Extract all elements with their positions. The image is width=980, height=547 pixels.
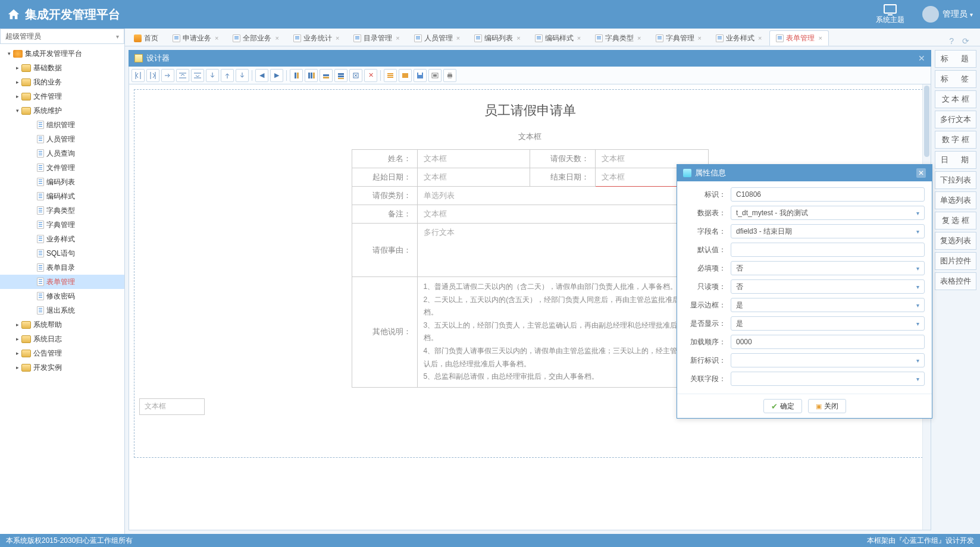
select-relate[interactable]: [731, 372, 925, 386]
tool-row1[interactable]: [320, 69, 333, 82]
palette-item[interactable]: 单选列表: [935, 191, 976, 209]
tool-col-add[interactable]: [305, 69, 318, 82]
help-icon[interactable]: ?: [949, 36, 954, 46]
tool-split-v2[interactable]: [146, 69, 159, 82]
close-icon[interactable]: ×: [215, 34, 218, 42]
label-end[interactable]: 结束日期：: [530, 168, 596, 187]
palette-item[interactable]: 复选列表: [935, 232, 976, 250]
field-other[interactable]: 1、普通员工请假二天以内的（含二天），请假单由部门负责人批准，人事备档。2、二天…: [417, 277, 708, 388]
tree-root[interactable]: ▾集成开发管理平台: [0, 46, 124, 61]
label-days[interactable]: 请假天数：: [530, 150, 596, 168]
dialog-header[interactable]: 属性信息 ✕: [677, 165, 932, 181]
field-reason[interactable]: 多行文本: [417, 224, 708, 277]
tree-item[interactable]: SQL语句: [0, 246, 124, 260]
tool-arrow-down[interactable]: [206, 69, 219, 82]
refresh-icon[interactable]: ⟳: [962, 36, 969, 46]
tool-list[interactable]: [384, 69, 397, 82]
tool-row2[interactable]: [334, 69, 347, 82]
tool-col-del[interactable]: [290, 69, 303, 82]
user-menu[interactable]: 管理员▾: [943, 9, 973, 20]
tool-save[interactable]: [414, 69, 427, 82]
tool-split-v1[interactable]: [131, 69, 145, 82]
tree-item[interactable]: 组织管理: [0, 118, 124, 132]
tool-arrow-up[interactable]: [221, 69, 234, 82]
tree-group[interactable]: ▸系统日志: [0, 332, 124, 346]
close-icon[interactable]: ×: [456, 34, 460, 42]
tab[interactable]: 业务样式×: [709, 30, 768, 46]
tree-item[interactable]: 文件管理: [0, 161, 124, 175]
palette-item[interactable]: 日 期: [935, 151, 976, 169]
tree-item[interactable]: 退出系统: [0, 303, 124, 317]
tab[interactable]: 人员管理×: [408, 30, 466, 46]
palette-item[interactable]: 复 选 框: [935, 212, 976, 230]
tab[interactable]: 全部业务×: [226, 30, 285, 46]
tree-group[interactable]: ▸系统帮助: [0, 317, 124, 332]
form-title[interactable]: 员工请假申请单: [139, 102, 920, 120]
field-type[interactable]: 单选列表: [417, 187, 708, 205]
form-subtitle-field[interactable]: 文本框: [139, 131, 920, 142]
close-icon[interactable]: ×: [275, 34, 278, 42]
tree-item[interactable]: 编码样式: [0, 189, 124, 203]
label-other[interactable]: 其他说明：: [352, 277, 417, 388]
select-fieldname[interactable]: dfield3 - 结束日期: [731, 224, 925, 238]
tree-group[interactable]: ▸基础数据: [0, 61, 124, 75]
lone-textbox-field[interactable]: 文本框: [139, 398, 205, 415]
tree-group[interactable]: ▸我的业务: [0, 75, 124, 89]
tree-item[interactable]: 字典类型: [0, 203, 124, 218]
tree-item[interactable]: 字典管理: [0, 218, 124, 232]
tab[interactable]: 业务统计×: [287, 30, 346, 46]
tree-group[interactable]: ▸公告管理: [0, 346, 124, 360]
tool-delete[interactable]: ✕: [364, 69, 377, 82]
tool-split-h2[interactable]: [191, 69, 204, 82]
tab[interactable]: 首页: [127, 30, 165, 46]
tree-group[interactable]: ▸文件管理: [0, 89, 124, 103]
close-icon[interactable]: ×: [637, 34, 641, 42]
palette-item[interactable]: 多行文本: [935, 111, 976, 128]
label-start[interactable]: 起始日期：: [352, 168, 417, 187]
field-start[interactable]: 文本框: [417, 168, 530, 187]
palette-item[interactable]: 文 本 框: [935, 90, 976, 108]
select-readonly[interactable]: 否: [731, 279, 925, 294]
close-icon[interactable]: ×: [698, 34, 702, 42]
tool-print[interactable]: [443, 69, 456, 82]
palette-item[interactable]: 表格控件: [935, 272, 976, 290]
tree-item[interactable]: 表单目录: [0, 260, 124, 275]
close-icon[interactable]: ✕: [918, 54, 925, 63]
label-reason[interactable]: 请假事由：: [352, 224, 417, 277]
palette-item[interactable]: 下拉列表: [935, 171, 976, 189]
input-default[interactable]: [731, 243, 925, 257]
palette-item[interactable]: 标 签: [935, 70, 976, 88]
ok-button[interactable]: ✔确定: [763, 399, 802, 413]
tool-card[interactable]: [399, 69, 412, 82]
tab[interactable]: 表单管理×: [769, 30, 828, 46]
input-id[interactable]: C10806: [731, 187, 925, 202]
close-icon[interactable]: ×: [336, 34, 339, 42]
tab[interactable]: 目录管理×: [347, 30, 406, 46]
theme-switcher[interactable]: 系统主题: [876, 4, 904, 25]
tree-group[interactable]: ▾系统维护: [0, 103, 124, 118]
tree-group[interactable]: ▸开发实例: [0, 360, 124, 375]
close-icon[interactable]: ×: [516, 34, 520, 42]
select-visible[interactable]: 是: [731, 316, 925, 331]
close-icon[interactable]: ✕: [916, 168, 926, 178]
field-name[interactable]: 文本框: [417, 150, 530, 168]
label-type[interactable]: 请假类别：: [352, 187, 417, 205]
tool-next[interactable]: ▶: [270, 69, 283, 82]
tree-item[interactable]: 编码列表: [0, 175, 124, 189]
label-name[interactable]: 姓名：: [352, 150, 417, 168]
role-select[interactable]: 超级管理员: [0, 29, 124, 44]
close-button[interactable]: ▣关闭: [808, 399, 846, 413]
select-required[interactable]: 否: [731, 261, 925, 275]
avatar[interactable]: [922, 6, 939, 23]
tree-item[interactable]: 表单管理: [0, 275, 124, 289]
field-remark[interactable]: 文本框: [417, 205, 708, 224]
close-icon[interactable]: ×: [758, 34, 762, 42]
label-remark[interactable]: 备注：: [352, 205, 417, 224]
tool-arrow-down2[interactable]: [236, 69, 249, 82]
tool-clear[interactable]: [349, 69, 362, 82]
tool-prev[interactable]: ◀: [255, 69, 268, 82]
close-icon[interactable]: ×: [577, 34, 581, 42]
input-order[interactable]: 0000: [731, 335, 925, 349]
select-border[interactable]: 是: [731, 298, 925, 312]
close-icon[interactable]: ×: [396, 34, 399, 42]
